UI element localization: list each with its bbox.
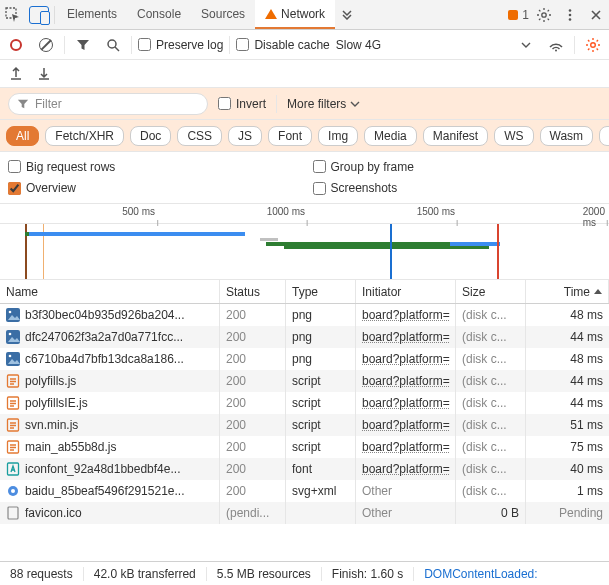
request-size: (disk c... [456, 304, 526, 326]
transferred-size: 42.0 kB transferred [83, 567, 206, 581]
table-row[interactable]: svn.min.js200scriptboard?platform=(disk … [0, 414, 609, 436]
network-toolbar: Preserve log Disable cache Slow 4G [0, 30, 609, 60]
har-toolbar [0, 60, 609, 88]
request-type: script [286, 436, 356, 458]
request-status: 200 [220, 348, 286, 370]
type-chip-img[interactable]: Img [318, 126, 358, 146]
request-type-filter: AllFetch/XHRDocCSSJSFontImgMediaManifest… [0, 120, 609, 152]
type-chip-all[interactable]: All [6, 126, 39, 146]
throttling-select[interactable]: Slow 4G [336, 38, 381, 52]
more-menu-icon[interactable] [557, 2, 583, 28]
image-file-icon [6, 308, 20, 322]
group-frame-checkbox[interactable]: Group by frame [313, 160, 602, 174]
tab-console[interactable]: Console [127, 0, 191, 29]
big-rows-checkbox[interactable]: Big request rows [8, 160, 297, 174]
type-chip-ws[interactable]: WS [494, 126, 533, 146]
col-time[interactable]: Time [526, 280, 609, 303]
request-time: 44 ms [526, 370, 609, 392]
tab-elements[interactable]: Elements [57, 0, 127, 29]
tab-network[interactable]: Network [255, 0, 335, 29]
request-size: (disk c... [456, 326, 526, 348]
type-chip-wasm[interactable]: Wasm [540, 126, 594, 146]
more-filters-dropdown[interactable]: More filters [287, 97, 360, 111]
type-chip-font[interactable]: Font [268, 126, 312, 146]
request-initiator[interactable]: board?platform= [356, 370, 456, 392]
request-type [286, 502, 356, 524]
type-chip-manifest[interactable]: Manifest [423, 126, 488, 146]
table-row[interactable]: baidu_85beaf5496f291521e...200svg+xmlOth… [0, 480, 609, 502]
request-name: c6710ba4d7bfb13dca8a186... [25, 352, 184, 366]
type-chip-fetchxhr[interactable]: Fetch/XHR [45, 126, 124, 146]
request-initiator[interactable]: board?platform= [356, 392, 456, 414]
close-devtools-icon[interactable] [583, 2, 609, 28]
inspect-element-icon[interactable] [0, 2, 26, 28]
display-options: Big request rows Overview Group by frame… [0, 152, 609, 204]
request-name: polyfillsIE.js [25, 396, 88, 410]
table-row[interactable]: polyfillsIE.js200scriptboard?platform=(d… [0, 392, 609, 414]
request-name: b3f30bec04b935d926ba204... [25, 308, 185, 322]
request-name: svn.min.js [25, 418, 78, 432]
screenshots-checkbox[interactable]: Screenshots [313, 181, 602, 195]
request-initiator[interactable]: board?platform= [356, 414, 456, 436]
request-initiator[interactable]: board?platform= [356, 436, 456, 458]
invert-checkbox[interactable]: Invert [218, 97, 266, 111]
svg-point-2 [542, 12, 546, 16]
request-initiator[interactable]: board?platform= [356, 304, 456, 326]
request-status: (pendi... [220, 502, 286, 524]
col-size[interactable]: Size [456, 280, 526, 303]
throttling-caret-icon[interactable] [514, 33, 538, 57]
request-initiator[interactable]: Other [356, 480, 456, 502]
col-type[interactable]: Type [286, 280, 356, 303]
request-name: polyfills.js [25, 374, 76, 388]
request-initiator[interactable]: board?platform= [356, 458, 456, 480]
type-chip-js[interactable]: JS [228, 126, 262, 146]
issues-counter[interactable]: 1 [505, 2, 531, 28]
record-button[interactable] [4, 33, 28, 57]
search-icon[interactable] [101, 33, 125, 57]
table-row[interactable]: dfc247062f3a2a7d0a771fcc...200pngboard?p… [0, 326, 609, 348]
clear-button[interactable] [34, 33, 58, 57]
type-chip-other[interactable]: Other [599, 126, 609, 146]
svg-point-14 [9, 355, 12, 358]
preserve-log-checkbox[interactable]: Preserve log [138, 38, 223, 52]
col-status[interactable]: Status [220, 280, 286, 303]
request-size: (disk c... [456, 370, 526, 392]
request-initiator[interactable]: board?platform= [356, 348, 456, 370]
tab-sources[interactable]: Sources [191, 0, 255, 29]
table-row[interactable]: main_ab55b8d.js200scriptboard?platform=(… [0, 436, 609, 458]
table-row[interactable]: c6710ba4d7bfb13dca8a186...200pngboard?pl… [0, 348, 609, 370]
import-har-icon[interactable] [36, 66, 52, 82]
type-chip-css[interactable]: CSS [177, 126, 222, 146]
settings-icon[interactable] [531, 2, 557, 28]
col-initiator[interactable]: Initiator [356, 280, 456, 303]
request-size: (disk c... [456, 348, 526, 370]
request-name: iconfont_92a48d1bbedbf4e... [25, 462, 180, 476]
image-file-icon [6, 352, 20, 366]
filter-input[interactable]: Filter [8, 93, 208, 115]
overview-timeline[interactable]: 500 ms1000 ms1500 ms2000 ms [0, 204, 609, 280]
request-initiator[interactable]: Other [356, 502, 456, 524]
request-name: dfc247062f3a2a7d0a771fcc... [25, 330, 183, 344]
finish-time: Finish: 1.60 s [321, 567, 413, 581]
table-row[interactable]: polyfills.js200scriptboard?platform=(dis… [0, 370, 609, 392]
request-size: (disk c... [456, 414, 526, 436]
svg-file-icon [6, 484, 20, 498]
table-row[interactable]: b3f30bec04b935d926ba204...200pngboard?pl… [0, 304, 609, 326]
table-row[interactable]: favicon.ico(pendi...Other0 BPending [0, 502, 609, 524]
col-name[interactable]: Name [0, 280, 220, 303]
table-row[interactable]: iconfont_92a48d1bbedbf4e...200fontboard?… [0, 458, 609, 480]
type-chip-media[interactable]: Media [364, 126, 417, 146]
request-status: 200 [220, 414, 286, 436]
type-chip-doc[interactable]: Doc [130, 126, 171, 146]
disable-cache-checkbox[interactable]: Disable cache [236, 38, 329, 52]
network-settings-icon[interactable] [581, 33, 605, 57]
request-initiator[interactable]: board?platform= [356, 326, 456, 348]
request-name: favicon.ico [25, 506, 82, 520]
filter-toggle-icon[interactable] [71, 33, 95, 57]
svg-point-5 [569, 18, 572, 21]
overview-checkbox[interactable]: Overview [8, 181, 297, 195]
tabs-overflow-icon[interactable] [335, 0, 359, 29]
network-conditions-icon[interactable] [544, 33, 568, 57]
export-har-icon[interactable] [8, 66, 24, 82]
device-toolbar-icon[interactable] [26, 2, 52, 28]
